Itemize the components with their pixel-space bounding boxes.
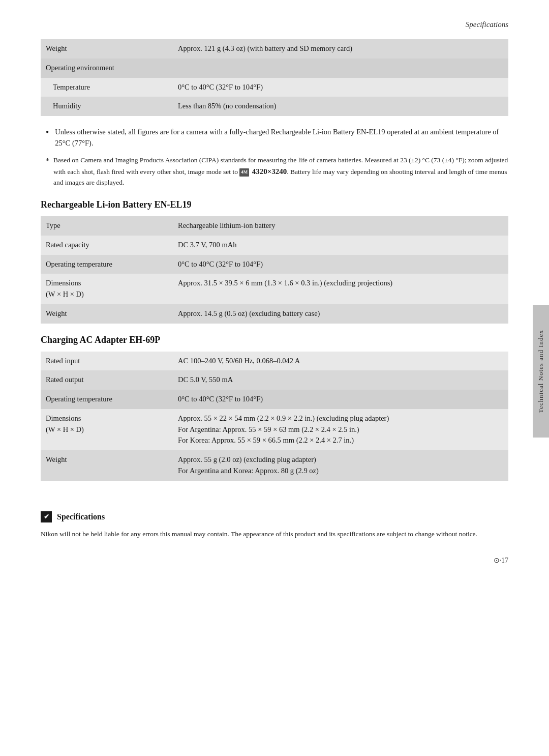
table-row: Operating temperature 0°C to 40°C (32°F … xyxy=(41,255,508,274)
label-rated-output: Rated output xyxy=(41,370,173,390)
value-dimensions-adapter: Approx. 55 × 22 × 54 mm (2.2 × 0.9 × 2.2… xyxy=(173,409,508,450)
page-num-text: ·17 xyxy=(500,557,509,564)
value-rated-input: AC 100–240 V, 50/60 Hz, 0.068–0.042 A xyxy=(173,352,508,371)
asterisk-note: * Based on Camera and Imaging Products A… xyxy=(46,155,508,188)
table-row: Weight Approx. 14.5 g (0.5 oz) (excludin… xyxy=(41,304,508,324)
bullet-text: Unless otherwise stated, all figures are… xyxy=(55,126,508,149)
table-row: Weight Approx. 55 g (2.0 oz) (excluding … xyxy=(41,450,508,481)
value-op-temp-adapter: 0°C to 40°C (32°F to 104°F) xyxy=(173,390,508,409)
label-rated-input: Rated input xyxy=(41,352,173,371)
label-weight: Weight xyxy=(41,39,173,59)
side-tab-text: Technical Notes and Index xyxy=(537,330,545,413)
label-dimensions: Dimensions (W × H × D) xyxy=(41,274,173,304)
resolution-text: 4320×3240 xyxy=(252,167,287,176)
table-row: Operating temperature 0°C to 40°C (32°F … xyxy=(41,390,508,409)
table-row: Temperature 0°C to 40°C (32°F to 104°F) xyxy=(41,78,508,97)
bullet-icon: • xyxy=(46,127,49,138)
label-operating-temp: Operating temperature xyxy=(41,255,173,274)
table-row: Rated capacity DC 3.7 V, 700 mAh xyxy=(41,236,508,255)
page: Specifications Weight Approx. 121 g (4.3… xyxy=(0,0,549,580)
adapter-section-heading: Charging AC Adapter EH-69P xyxy=(41,335,508,345)
table-row: Rated output DC 5.0 V, 550 mA xyxy=(41,370,508,390)
table-row: Operating environment xyxy=(41,59,508,78)
value-rated-capacity: DC 3.7 V, 700 mAh xyxy=(173,236,508,255)
value-weight-battery: Approx. 14.5 g (0.5 oz) (excluding batte… xyxy=(173,304,508,324)
checkmark-icon: ✔ xyxy=(41,511,52,522)
notes-section: • Unless otherwise stated, all figures a… xyxy=(41,126,508,188)
page-num-icon: ⊙ xyxy=(494,557,500,564)
label-humidity: Humidity xyxy=(41,97,173,116)
label-weight-adapter: Weight xyxy=(41,450,173,481)
value-type: Rechargeable lithium-ion battery xyxy=(173,216,508,236)
battery-section-heading: Rechargeable Li-ion Battery EN-EL19 xyxy=(41,199,508,210)
side-tab: Technical Notes and Index xyxy=(533,305,549,438)
label-op-temp-adapter: Operating temperature xyxy=(41,390,173,409)
table-row: Type Rechargeable lithium-ion battery xyxy=(41,216,508,236)
value-operating-temp: 0°C to 40°C (32°F to 104°F) xyxy=(173,255,508,274)
label-rated-capacity: Rated capacity xyxy=(41,236,173,255)
image-mode-icon: 4M xyxy=(239,168,249,177)
label-temperature: Temperature xyxy=(41,78,173,97)
adapter-specs-table: Rated input AC 100–240 V, 50/60 Hz, 0.06… xyxy=(41,352,508,481)
value-rated-output: DC 5.0 V, 550 mA xyxy=(173,370,508,390)
bullet-note: • Unless otherwise stated, all figures a… xyxy=(46,126,508,149)
value-weight: Approx. 121 g (4.3 oz) (with battery and… xyxy=(173,39,508,59)
label-dimensions-adapter: Dimensions (W × H × D) xyxy=(41,409,173,450)
asterisk-icon: * xyxy=(46,156,49,167)
table-row: Rated input AC 100–240 V, 50/60 Hz, 0.06… xyxy=(41,352,508,371)
value-temperature: 0°C to 40°C (32°F to 104°F) xyxy=(173,78,508,97)
label-weight-battery: Weight xyxy=(41,304,173,324)
page-header-title: Specifications xyxy=(41,20,508,29)
top-specs-table: Weight Approx. 121 g (4.3 oz) (with batt… xyxy=(41,39,508,116)
footer-title-text: Specifications xyxy=(57,512,105,521)
battery-specs-table: Type Rechargeable lithium-ion battery Ra… xyxy=(41,216,508,324)
label-operating-env: Operating environment xyxy=(41,59,508,78)
table-row: Dimensions (W × H × D) Approx. 55 × 22 ×… xyxy=(41,409,508,450)
footer-specs-text: Nikon will not be held liable for any er… xyxy=(41,529,508,540)
value-dimensions: Approx. 31.5 × 39.5 × 6 mm (1.3 × 1.6 × … xyxy=(173,274,508,304)
footer-specs-title: ✔ Specifications xyxy=(41,511,508,522)
value-weight-adapter: Approx. 55 g (2.0 oz) (excluding plug ad… xyxy=(173,450,508,481)
table-row: Weight Approx. 121 g (4.3 oz) (with batt… xyxy=(41,39,508,59)
page-number: ⊙·17 xyxy=(494,556,509,565)
asterisk-text: Based on Camera and Imaging Products Ass… xyxy=(53,155,508,188)
label-type: Type xyxy=(41,216,173,236)
table-row: Dimensions (W × H × D) Approx. 31.5 × 39… xyxy=(41,274,508,304)
footer-specs: ✔ Specifications Nikon will not be held … xyxy=(41,511,508,540)
table-row: Humidity Less than 85% (no condensation) xyxy=(41,97,508,116)
value-humidity: Less than 85% (no condensation) xyxy=(173,97,508,116)
